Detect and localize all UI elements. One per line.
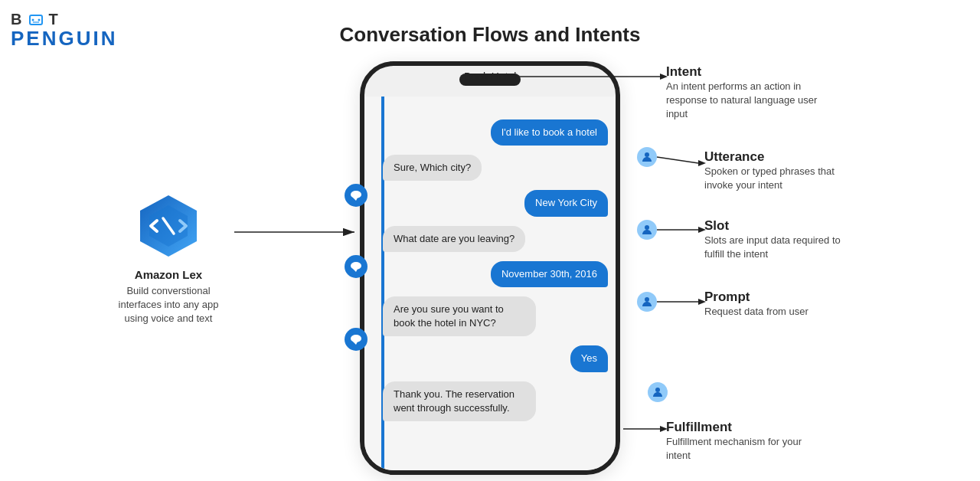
- msg-row-8: Thank you. The reservation went through …: [372, 381, 608, 421]
- svg-point-14: [645, 225, 649, 230]
- prompt-title: Prompt: [704, 290, 808, 305]
- bubble-7: Yes: [570, 345, 608, 371]
- person-icon-4: [648, 382, 668, 402]
- msg-row-1: I'd like to book a hotel: [372, 119, 608, 146]
- phone-screen: I'd like to book a hotel Sure, Which cit…: [364, 97, 616, 470]
- intent-description: An intent performs an action in response…: [666, 80, 819, 122]
- msg-row-7: Yes: [372, 345, 608, 371]
- lex-description: Build converstional interfaces into any …: [107, 284, 230, 326]
- bubble-8: Thank you. The reservation went through …: [383, 381, 536, 421]
- bot-icon-sure: [345, 328, 368, 351]
- msg-row-6: Are you sure you want to book the hotel …: [372, 296, 608, 336]
- logo-bot-text: B T: [11, 11, 60, 28]
- svg-marker-12: [353, 342, 358, 345]
- bubble-2: Sure, Which city?: [383, 155, 482, 181]
- svg-point-13: [645, 152, 649, 157]
- person-icon-2: [637, 220, 657, 240]
- utterance-annotation: Utterance Spoken or typed phrases that i…: [704, 149, 858, 192]
- prompt-annotation: Prompt Request data from user: [704, 290, 808, 319]
- logo-penguin-text: PENGUIN: [11, 28, 117, 48]
- fulfillment-title: Fulfillment: [666, 420, 819, 435]
- book-hotel-label: Book Hotel: [464, 70, 516, 83]
- fulfillment-description: Fulfillment mechanism for your intent: [666, 435, 819, 463]
- fulfillment-annotation: Fulfillment Fulfillment mechanism for yo…: [666, 420, 819, 463]
- svg-line-20: [657, 157, 698, 163]
- slot-title: Slot: [704, 218, 858, 234]
- msg-row-2: Sure, Which city?: [372, 155, 608, 181]
- svg-marker-8: [353, 198, 358, 201]
- svg-point-9: [351, 262, 361, 270]
- svg-point-1: [32, 19, 34, 21]
- lex-logo-icon: [134, 191, 203, 260]
- svg-point-15: [645, 297, 649, 302]
- svg-point-7: [351, 191, 361, 198]
- bot-icon-date: [345, 255, 368, 278]
- bubble-1: I'd like to book a hotel: [491, 119, 608, 146]
- svg-rect-0: [30, 15, 42, 25]
- bubble-4: What date are you leaving?: [383, 226, 525, 252]
- intent-title: Intent: [666, 64, 819, 80]
- slot-description: Slots are input data required to fulfill…: [704, 234, 858, 261]
- person-icon-1: [637, 147, 657, 167]
- intent-annotation: Intent An intent performs an action in r…: [666, 64, 819, 122]
- svg-marker-10: [353, 269, 358, 272]
- bubble-5: November 30th, 2016: [491, 261, 608, 287]
- svg-point-16: [655, 388, 660, 392]
- lex-section: Amazon Lex Build converstional interface…: [107, 191, 230, 326]
- bubble-3: New York City: [524, 190, 608, 216]
- person-icon-3: [637, 292, 657, 312]
- phone-mockup: I'd like to book a hotel Sure, Which cit…: [360, 61, 620, 475]
- slot-annotation: Slot Slots are input data required to fu…: [704, 218, 858, 261]
- page-title: Conversation Flows and Intents: [340, 23, 641, 47]
- bubble-6: Are you sure you want to book the hotel …: [383, 296, 536, 336]
- bot-icon-city: [345, 184, 368, 207]
- msg-row-3: New York City: [372, 190, 608, 216]
- msg-row-4: What date are you leaving?: [372, 226, 608, 252]
- chat-messages: I'd like to book a hotel Sure, Which cit…: [364, 104, 616, 430]
- lex-name: Amazon Lex: [135, 268, 202, 281]
- svg-point-2: [38, 19, 41, 21]
- utterance-title: Utterance: [704, 149, 858, 165]
- msg-row-5: November 30th, 2016: [372, 261, 608, 287]
- svg-point-11: [351, 335, 361, 342]
- utterance-description: Spoken or typed phrases that invoke your…: [704, 165, 858, 192]
- logo: B T PENGUIN: [11, 11, 117, 48]
- prompt-description: Request data from user: [704, 305, 808, 319]
